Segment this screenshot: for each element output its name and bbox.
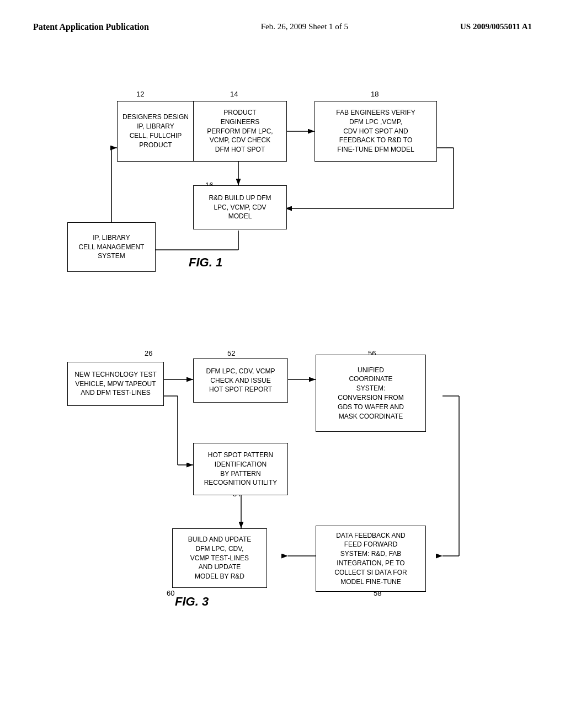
header: Patent Application Publication Feb. 26, … [33,22,532,32]
box12-text: DESIGNERS DESIGNIP, LIBRARYCELL, FULLCHI… [122,113,189,149]
box52-text: DFM LPC, CDV, VCMPCHECK AND ISSUEHOT SPO… [206,367,275,394]
ref60-label: 60 [167,589,174,597]
box-unified-coordinate: UNIFIEDCOORDINATESYSTEM:CONVERSION FROMG… [316,355,426,432]
fig3-diagram: 26 50 52 54 56 58 60 NEW TECHNOLOGY TEST… [33,324,532,633]
box18-text: FAB ENGINEERS VERIFYDFM LPC ,VCMP,CDV HO… [336,108,415,154]
ref26-label: 26 [145,349,152,357]
box-ip-library: IP, LIBRARYCELL MANAGEMENTSYSTEM [67,222,156,272]
box-build-update: BUILD AND UPDATEDFM LPC, CDV,VCMP TEST-L… [172,528,267,588]
box60-text: BUILD AND UPDATEDFM LPC, CDV,VCMP TEST-L… [188,535,251,581]
ref52-label: 52 [227,349,235,357]
page: Patent Application Publication Feb. 26, … [0,0,565,728]
fig3-container: 26 50 52 54 56 58 60 NEW TECHNOLOGY TEST… [56,324,509,633]
fig1-caption: FIG. 1 [189,255,222,270]
box56-text: UNIFIEDCOORDINATESYSTEM:CONVERSION FROMG… [338,366,404,421]
ref18-label: 18 [371,90,379,98]
box-new-technology: NEW TECHNOLOGY TESTVEHICLE, MPW TAPEOUTA… [67,362,164,406]
box14-text: PRODUCTENGINEERSPERFORM DFM LPC,VCMP, CD… [207,108,273,154]
box-data-feedback: DATA FEEDBACK ANDFEED FORWARDSYSTEM: R&D… [316,526,426,592]
fig1-diagram: 12 14 18 16 20 DESIGNERS DESIGNIP, LIBRA… [33,60,532,291]
header-publication-label: Patent Application Publication [33,22,149,32]
box20-text: IP, LIBRARYCELL MANAGEMENTSYSTEM [79,233,145,261]
fig1-container: 12 14 18 16 20 DESIGNERS DESIGNIP, LIBRA… [56,60,509,291]
box50-text: NEW TECHNOLOGY TESTVEHICLE, MPW TAPEOUTA… [74,370,157,398]
box-rnd-build: R&D BUILD UP DFMLPC, VCMP, CDVMODEL [193,185,287,229]
header-patent-number: US 2009/0055011 A1 [460,22,532,31]
box-product-engineers: PRODUCTENGINEERSPERFORM DFM LPC,VCMP, CD… [193,101,287,162]
header-date-sheet: Feb. 26, 2009 Sheet 1 of 5 [261,22,348,31]
box58-text: DATA FEEDBACK ANDFEED FORWARDSYSTEM: R&D… [334,531,407,587]
box-fab-engineers: FAB ENGINEERS VERIFYDFM LPC ,VCMP,CDV HO… [315,101,437,162]
box-hot-spot-pattern: HOT SPOT PATTERNIDENTIFICATIONBY PATTERN… [193,443,288,495]
fig3-caption: FIG. 3 [175,595,209,609]
box54-text: HOT SPOT PATTERNIDENTIFICATIONBY PATTERN… [204,451,278,488]
ref14-label: 14 [230,90,238,98]
box-designers-design: DESIGNERS DESIGNIP, LIBRARYCELL, FULLCHI… [117,101,194,162]
box-dfm-check: DFM LPC, CDV, VCMPCHECK AND ISSUEHOT SPO… [193,358,288,403]
ref12-label: 12 [136,90,144,98]
box16-text: R&D BUILD UP DFMLPC, VCMP, CDVMODEL [209,194,271,221]
